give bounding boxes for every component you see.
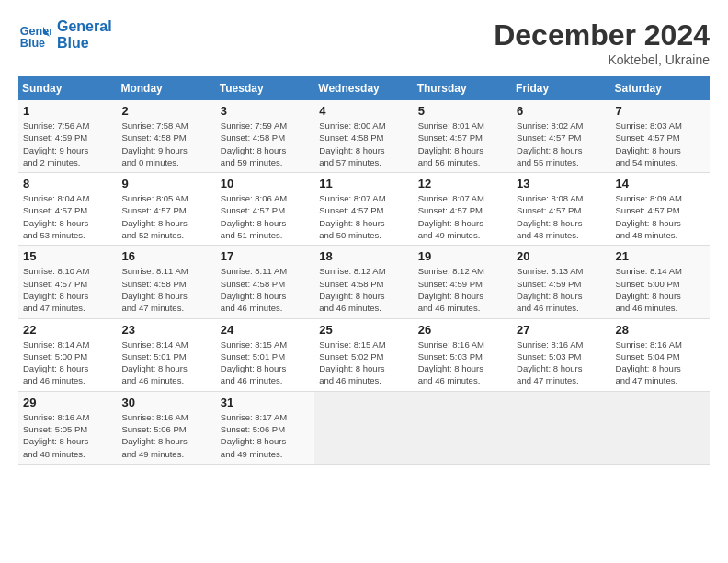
location: Koktebel, Ukraine (494, 52, 710, 67)
day-number: 4 (319, 104, 408, 118)
calendar-cell: 1 Sunrise: 7:56 AMSunset: 4:59 PMDayligh… (18, 100, 117, 173)
calendar-cell: 15 Sunrise: 8:10 AMSunset: 4:57 PMDaylig… (18, 246, 117, 318)
day-number: 12 (418, 177, 507, 190)
day-info: Sunrise: 8:16 AMSunset: 5:06 PMDaylight:… (121, 411, 210, 460)
day-info: Sunrise: 8:05 AMSunset: 4:57 PMDaylight:… (121, 192, 210, 241)
day-info: Sunrise: 8:07 AMSunset: 4:57 PMDaylight:… (418, 192, 507, 241)
day-number: 15 (23, 249, 112, 263)
day-info: Sunrise: 8:06 AMSunset: 4:57 PMDaylight:… (221, 192, 310, 241)
calendar-cell: 26 Sunrise: 8:16 AMSunset: 5:03 PMDaylig… (414, 318, 512, 391)
day-info: Sunrise: 8:00 AMSunset: 4:58 PMDaylight:… (319, 120, 408, 168)
calendar-cell: 23 Sunrise: 8:14 AMSunset: 5:01 PMDaylig… (117, 318, 215, 391)
day-number: 29 (23, 396, 112, 409)
day-info: Sunrise: 8:15 AMSunset: 5:02 PMDaylight:… (319, 339, 408, 387)
day-number: 25 (319, 323, 408, 337)
day-info: Sunrise: 8:16 AMSunset: 5:04 PMDaylight:… (616, 339, 705, 387)
day-info: Sunrise: 8:12 AMSunset: 4:58 PMDaylight:… (319, 265, 408, 314)
calendar-cell: 4 Sunrise: 8:00 AMSunset: 4:58 PMDayligh… (314, 100, 413, 173)
calendar-cell: 10 Sunrise: 8:06 AMSunset: 4:57 PMDaylig… (216, 173, 314, 246)
calendar-cell (414, 391, 512, 464)
calendar-cell: 12 Sunrise: 8:07 AMSunset: 4:57 PMDaylig… (414, 173, 512, 246)
day-info: Sunrise: 8:11 AMSunset: 4:58 PMDaylight:… (221, 265, 310, 314)
day-info: Sunrise: 8:02 AMSunset: 4:57 PMDaylight:… (517, 120, 606, 168)
day-info: Sunrise: 8:16 AMSunset: 5:03 PMDaylight:… (517, 339, 606, 387)
calendar-cell (512, 391, 610, 464)
calendar-cell: 11 Sunrise: 8:07 AMSunset: 4:57 PMDaylig… (314, 173, 413, 246)
day-info: Sunrise: 8:14 AMSunset: 5:00 PMDaylight:… (616, 265, 705, 314)
calendar-cell: 20 Sunrise: 8:13 AMSunset: 4:59 PMDaylig… (512, 246, 610, 318)
weekday-header-saturday: Saturday (611, 76, 710, 100)
day-number: 14 (616, 177, 705, 190)
day-number: 6 (517, 104, 606, 118)
calendar-table: SundayMondayTuesdayWednesdayThursdayFrid… (18, 76, 710, 465)
logo: General Blue General Blue (18, 18, 112, 52)
day-number: 19 (418, 249, 507, 263)
calendar-cell: 28 Sunrise: 8:16 AMSunset: 5:04 PMDaylig… (611, 318, 710, 391)
day-info: Sunrise: 8:14 AMSunset: 5:01 PMDaylight:… (121, 339, 210, 387)
calendar-cell: 14 Sunrise: 8:09 AMSunset: 4:57 PMDaylig… (611, 173, 710, 246)
day-number: 27 (517, 323, 606, 337)
day-info: Sunrise: 8:12 AMSunset: 4:59 PMDaylight:… (418, 265, 507, 314)
day-number: 26 (418, 323, 507, 337)
day-info: Sunrise: 8:14 AMSunset: 5:00 PMDaylight:… (23, 339, 112, 387)
calendar-cell: 24 Sunrise: 8:15 AMSunset: 5:01 PMDaylig… (216, 318, 314, 391)
calendar-cell: 3 Sunrise: 7:59 AMSunset: 4:58 PMDayligh… (216, 100, 314, 173)
calendar-cell: 30 Sunrise: 8:16 AMSunset: 5:06 PMDaylig… (117, 391, 215, 464)
logo-line1: General (57, 18, 112, 35)
day-number: 22 (23, 323, 112, 337)
calendar-cell: 16 Sunrise: 8:11 AMSunset: 4:58 PMDaylig… (117, 246, 215, 318)
day-number: 16 (121, 249, 210, 263)
day-number: 21 (616, 249, 705, 263)
day-number: 31 (221, 396, 310, 409)
calendar-cell: 18 Sunrise: 8:12 AMSunset: 4:58 PMDaylig… (314, 246, 413, 318)
calendar-cell: 25 Sunrise: 8:15 AMSunset: 5:02 PMDaylig… (314, 318, 413, 391)
month-title: December 2024 (494, 18, 710, 52)
day-number: 18 (319, 249, 408, 263)
weekday-header-wednesday: Wednesday (314, 76, 413, 100)
day-info: Sunrise: 8:11 AMSunset: 4:58 PMDaylight:… (121, 265, 210, 314)
calendar-cell (314, 391, 413, 464)
day-info: Sunrise: 8:13 AMSunset: 4:59 PMDaylight:… (517, 265, 606, 314)
day-number: 3 (221, 104, 310, 118)
calendar-cell: 17 Sunrise: 8:11 AMSunset: 4:58 PMDaylig… (216, 246, 314, 318)
calendar-cell: 7 Sunrise: 8:03 AMSunset: 4:57 PMDayligh… (611, 100, 710, 173)
page-header: General Blue General Blue December 2024 … (18, 18, 710, 67)
weekday-header-sunday: Sunday (18, 76, 117, 100)
calendar-cell: 31 Sunrise: 8:17 AMSunset: 5:06 PMDaylig… (216, 391, 314, 464)
day-info: Sunrise: 8:04 AMSunset: 4:57 PMDaylight:… (23, 192, 112, 241)
day-info: Sunrise: 8:03 AMSunset: 4:57 PMDaylight:… (616, 120, 705, 168)
day-number: 2 (121, 104, 210, 118)
day-info: Sunrise: 8:07 AMSunset: 4:57 PMDaylight:… (319, 192, 408, 241)
weekday-header-monday: Monday (117, 76, 215, 100)
calendar-cell: 19 Sunrise: 8:12 AMSunset: 4:59 PMDaylig… (414, 246, 512, 318)
logo-line2: Blue (57, 35, 112, 52)
calendar-cell: 13 Sunrise: 8:08 AMSunset: 4:57 PMDaylig… (512, 173, 610, 246)
day-number: 24 (221, 323, 310, 337)
day-info: Sunrise: 8:10 AMSunset: 4:57 PMDaylight:… (23, 265, 112, 314)
day-info: Sunrise: 8:08 AMSunset: 4:57 PMDaylight:… (517, 192, 606, 241)
day-number: 11 (319, 177, 408, 190)
day-number: 23 (121, 323, 210, 337)
day-number: 5 (418, 104, 507, 118)
day-info: Sunrise: 8:16 AMSunset: 5:05 PMDaylight:… (23, 411, 112, 460)
calendar-cell: 27 Sunrise: 8:16 AMSunset: 5:03 PMDaylig… (512, 318, 610, 391)
weekday-header-thursday: Thursday (414, 76, 512, 100)
day-number: 8 (23, 177, 112, 190)
svg-text:Blue: Blue (20, 37, 45, 50)
weekday-header-tuesday: Tuesday (216, 76, 314, 100)
calendar-cell: 22 Sunrise: 8:14 AMSunset: 5:00 PMDaylig… (18, 318, 117, 391)
day-info: Sunrise: 8:15 AMSunset: 5:01 PMDaylight:… (221, 339, 310, 387)
day-info: Sunrise: 8:16 AMSunset: 5:03 PMDaylight:… (418, 339, 507, 387)
calendar-cell: 21 Sunrise: 8:14 AMSunset: 5:00 PMDaylig… (611, 246, 710, 318)
day-number: 17 (221, 249, 310, 263)
weekday-header-friday: Friday (512, 76, 610, 100)
day-number: 30 (121, 396, 210, 409)
title-block: December 2024 Koktebel, Ukraine (494, 18, 710, 67)
logo-icon: General Blue (18, 18, 51, 52)
day-info: Sunrise: 8:01 AMSunset: 4:57 PMDaylight:… (418, 120, 507, 168)
calendar-cell: 9 Sunrise: 8:05 AMSunset: 4:57 PMDayligh… (117, 173, 215, 246)
calendar-cell: 5 Sunrise: 8:01 AMSunset: 4:57 PMDayligh… (414, 100, 512, 173)
day-number: 1 (23, 104, 112, 118)
calendar-cell: 29 Sunrise: 8:16 AMSunset: 5:05 PMDaylig… (18, 391, 117, 464)
day-info: Sunrise: 7:56 AMSunset: 4:59 PMDaylight:… (23, 120, 112, 168)
